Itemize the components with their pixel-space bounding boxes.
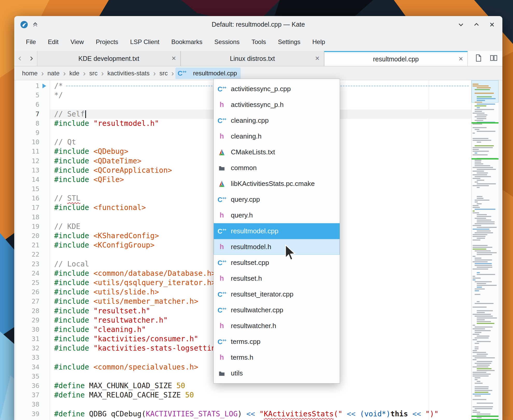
menu-edit[interactable]: Edit xyxy=(42,33,65,51)
line-number[interactable]: 38 xyxy=(16,400,42,409)
split-view-button[interactable] xyxy=(489,54,498,63)
file-item-terms.cpp[interactable]: C++terms.cpp xyxy=(214,334,340,350)
new-document-button[interactable] xyxy=(474,54,483,63)
file-item-common[interactable]: common xyxy=(214,160,340,176)
line-number[interactable]: 27 xyxy=(16,297,42,306)
line-number[interactable]: 11 xyxy=(16,147,42,156)
breadcrumb-kde[interactable]: kde xyxy=(67,69,82,78)
code-token: << xyxy=(347,409,355,419)
line-number[interactable]: 14 xyxy=(16,175,42,184)
menu-sessions[interactable]: Sessions xyxy=(208,33,245,51)
line-number[interactable]: 25 xyxy=(16,278,42,287)
line-number[interactable]: 26 xyxy=(16,287,42,297)
file-item-resultset-iterator.cpp[interactable]: C++resultset_iterator.cpp xyxy=(214,286,340,302)
line-number[interactable]: 18 xyxy=(16,213,42,222)
code-line[interactable] xyxy=(50,419,471,420)
file-item-resultwatcher.h[interactable]: hresultwatcher.h xyxy=(214,318,340,334)
tab-close-icon[interactable]: ✕ xyxy=(459,56,463,62)
line-number[interactable]: 40 xyxy=(16,419,42,420)
code-line[interactable]: #define MAX_RELOAD_CACHE_SIZE 50 xyxy=(50,390,471,400)
line-number[interactable]: 16 xyxy=(16,194,42,203)
menubar: FileEditViewProjectsLSP ClientBookmarksS… xyxy=(14,33,502,51)
file-item-resultset.cpp[interactable]: C++resultset.cpp xyxy=(214,255,340,271)
line-number[interactable]: 6 xyxy=(16,100,42,109)
fold-marker-icon[interactable] xyxy=(42,81,50,91)
line-number[interactable]: 31 xyxy=(16,334,42,344)
file-item-cleaning.cpp[interactable]: C++cleaning.cpp xyxy=(214,113,340,128)
tab-resultmodel.cpp[interactable]: resultmodel.cpp✕ xyxy=(324,51,468,66)
minimap-line xyxy=(473,410,477,411)
line-number[interactable]: 5 xyxy=(16,91,42,100)
breadcrumb-src[interactable]: src xyxy=(157,69,170,78)
close-button[interactable] xyxy=(488,21,496,28)
breadcrumb-kactivities-stats[interactable]: kactivities-stats xyxy=(105,69,152,78)
line-number[interactable]: 19 xyxy=(16,222,42,231)
line-number[interactable]: 37 xyxy=(16,390,42,400)
menu-help[interactable]: Help xyxy=(306,33,331,51)
minimap[interactable] xyxy=(471,80,498,420)
line-number[interactable]: 22 xyxy=(16,250,42,259)
line-number[interactable]: 34 xyxy=(16,363,42,372)
breadcrumb-src[interactable]: src xyxy=(87,69,99,78)
tab-kde-development.txt[interactable]: KDE development.txt✕ xyxy=(37,51,181,66)
fold-column xyxy=(42,110,50,119)
menu-lsp-client[interactable]: LSP Client xyxy=(124,33,165,51)
line-number[interactable]: 30 xyxy=(16,325,42,334)
file-item-resultset.h[interactable]: hresultset.h xyxy=(214,271,340,286)
tab-linux-distros.txt[interactable]: Linux distros.txt✕ xyxy=(181,51,324,66)
maximize-button[interactable] xyxy=(473,21,480,28)
line-number[interactable]: 28 xyxy=(16,306,42,316)
menu-file[interactable]: File xyxy=(20,33,42,51)
file-item-cmakelists.txt[interactable]: CMakeLists.txt xyxy=(214,144,340,160)
menu-view[interactable]: View xyxy=(65,33,90,51)
file-item-cleaning.h[interactable]: hcleaning.h xyxy=(214,128,340,144)
menu-bookmarks[interactable]: Bookmarks xyxy=(165,33,208,51)
line-number[interactable]: 36 xyxy=(16,381,42,390)
line-number[interactable]: 23 xyxy=(16,259,42,269)
line-number[interactable]: 32 xyxy=(16,344,42,353)
code-line[interactable]: #define QDBG qCDebug(KACTIVITIES_STATS_L… xyxy=(50,409,471,419)
file-item-terms.h[interactable]: hterms.h xyxy=(214,350,340,365)
minimap-viewport[interactable] xyxy=(472,80,498,103)
file-item-libkactivitiesstats.pc.cmake[interactable]: libKActivitiesStats.pc.cmake xyxy=(214,176,340,192)
menu-projects[interactable]: Projects xyxy=(90,33,124,51)
menu-tools[interactable]: Tools xyxy=(246,33,272,51)
line-number[interactable]: 10 xyxy=(16,137,42,147)
line-number[interactable]: 12 xyxy=(16,156,42,166)
line-number[interactable]: 8 xyxy=(16,119,42,128)
file-item-activitiessync-p.h[interactable]: hactivitiessync_p.h xyxy=(214,97,340,113)
file-item-query.cpp[interactable]: C++query.cpp xyxy=(214,192,340,207)
breadcrumb-nate[interactable]: nate xyxy=(45,69,62,78)
breadcrumb-home[interactable]: home xyxy=(20,69,40,78)
gutter-line: 29 xyxy=(16,316,50,325)
line-number[interactable]: 9 xyxy=(16,128,42,137)
tab-next-button[interactable] xyxy=(26,51,37,66)
breadcrumb-current[interactable]: C++resultmodel.cpp xyxy=(175,68,240,79)
tab-close-icon[interactable]: ✕ xyxy=(172,55,176,62)
line-number[interactable]: 24 xyxy=(16,269,42,278)
line-number[interactable]: 1 xyxy=(16,81,42,91)
minimize-button[interactable] xyxy=(457,21,465,28)
keep-above-icon[interactable] xyxy=(32,21,39,28)
file-item-resultmodel.cpp[interactable]: C++resultmodel.cpp xyxy=(214,223,340,239)
tab-close-icon[interactable]: ✕ xyxy=(315,55,320,62)
line-number[interactable]: 17 xyxy=(16,203,42,212)
file-item-activitiessync-p.cpp[interactable]: C++activitiessync_p.cpp xyxy=(214,81,340,97)
line-number[interactable]: 33 xyxy=(16,353,42,362)
titlebar[interactable]: Default: resultmodel.cpp — Kate xyxy=(14,16,502,33)
file-item-resultmodel.h[interactable]: hresultmodel.h xyxy=(214,239,340,255)
line-number[interactable]: 29 xyxy=(16,316,42,325)
line-number[interactable]: 13 xyxy=(16,166,42,175)
tab-prev-button[interactable] xyxy=(14,51,26,66)
line-number[interactable]: 35 xyxy=(16,372,42,381)
line-number[interactable]: 7 xyxy=(16,110,42,119)
file-item-query.h[interactable]: hquery.h xyxy=(214,207,340,223)
line-number[interactable]: 20 xyxy=(16,231,42,241)
menu-settings[interactable]: Settings xyxy=(272,33,307,51)
line-number[interactable]: 39 xyxy=(16,409,42,419)
file-item-resultwatcher.cpp[interactable]: C++resultwatcher.cpp xyxy=(214,302,340,318)
code-line[interactable] xyxy=(50,400,471,409)
line-number[interactable]: 15 xyxy=(16,184,42,194)
file-item-utils[interactable]: utils xyxy=(214,365,340,381)
line-number[interactable]: 21 xyxy=(16,241,42,250)
